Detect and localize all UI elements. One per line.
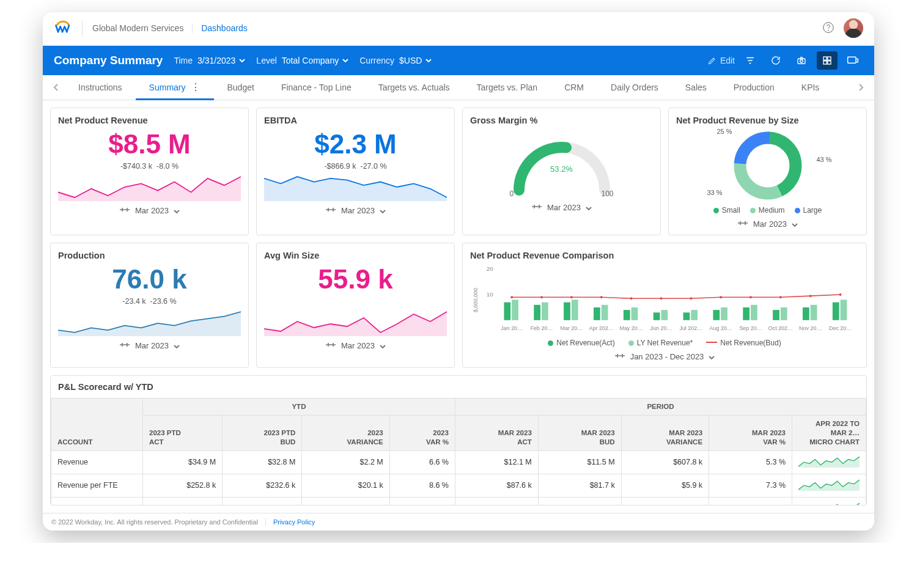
- svg-rect-43: [781, 307, 787, 320]
- help-icon[interactable]: [822, 21, 835, 36]
- filter-currency[interactable]: Currency $USD: [359, 56, 432, 65]
- cell-ytd_varpct: 6.6 %: [389, 450, 455, 474]
- svg-text:$,000,000: $,000,000: [473, 288, 479, 312]
- card-title: Avg Win Size: [264, 251, 447, 260]
- svg-rect-8: [848, 57, 856, 63]
- cell-p_bud: $11.5 M: [538, 450, 621, 474]
- tab-summary[interactable]: Summary⋮: [136, 75, 214, 100]
- cell-ytd_act: $16.6 M: [143, 497, 223, 505]
- tabs-scroll-right[interactable]: [852, 75, 869, 100]
- cell-micro: [792, 474, 866, 497]
- calendar-slider-icon: [614, 352, 625, 361]
- svg-text:Jan 20…: Jan 20…: [501, 325, 523, 331]
- edit-button[interactable]: Edit: [707, 56, 735, 65]
- svg-rect-49: [841, 300, 847, 320]
- svg-rect-24: [594, 307, 600, 320]
- svg-rect-33: [683, 312, 690, 320]
- copyright: © 2022 Workday, Inc. All rights reserved…: [51, 518, 258, 526]
- svg-rect-6: [823, 61, 827, 64]
- col-ytd-act: 2023 PTDACT: [143, 415, 223, 450]
- grid-view-icon[interactable]: [817, 51, 838, 70]
- card-title: Net Product Revenue by Size: [676, 116, 859, 125]
- cell-micro: [792, 450, 866, 474]
- breadcrumb: Global Modern Services Dashboards: [92, 23, 248, 33]
- tab-targets-vs-actuals[interactable]: Targets vs. Actuals: [365, 75, 463, 100]
- chevron-down-icon: [174, 341, 180, 350]
- tab-production[interactable]: Production: [720, 75, 788, 100]
- filter-icon[interactable]: [740, 51, 760, 70]
- tab-finance-top-line[interactable]: Finance - Top Line: [268, 75, 365, 100]
- card-revenue-by-size: Net Product Revenue by Size 43 % 33 % 25…: [668, 108, 867, 235]
- kpi-value: 76.0 k: [58, 265, 241, 293]
- cell-ytd_var: $20.1 k: [302, 474, 389, 497]
- scorecard-table: ACCOUNT YTD PERIOD 2023 PTDACT 2023 PTDB…: [51, 398, 866, 505]
- card-time-selector[interactable]: Mar 2023: [58, 336, 241, 353]
- card-avg-win-size: Avg Win Size 55.9 k Mar 2023: [256, 243, 455, 368]
- filter-level-label: Level: [256, 56, 276, 65]
- workday-logo-icon[interactable]: [54, 19, 72, 37]
- cell-account: Revenue: [51, 450, 143, 474]
- card-time-selector[interactable]: Mar 2023: [264, 336, 447, 353]
- filter-level[interactable]: Level Total Company: [256, 56, 348, 65]
- tab-bar: InstructionsSummary⋮BudgetFinance - Top …: [43, 75, 874, 100]
- svg-point-60: [779, 296, 782, 298]
- card-title: Net Product Revenue Comparison: [470, 251, 859, 260]
- avatar[interactable]: [844, 18, 863, 38]
- cell-ytd_varpct: -9.7 %: [389, 497, 455, 505]
- chevron-down-icon: [380, 341, 386, 350]
- tab-instructions[interactable]: Instructions: [65, 75, 136, 100]
- tab-sales[interactable]: Sales: [672, 75, 720, 100]
- svg-rect-16: [512, 300, 518, 320]
- svg-point-3: [800, 60, 803, 63]
- tabs-scroll-left[interactable]: [48, 75, 65, 100]
- kpi-value: $2.3 M: [264, 130, 447, 158]
- calendar-slider-icon: [325, 341, 336, 350]
- svg-rect-25: [602, 305, 608, 320]
- svg-point-61: [809, 295, 812, 297]
- tab-daily-orders[interactable]: Daily Orders: [597, 75, 672, 100]
- privacy-link[interactable]: Privacy Policy: [273, 518, 315, 526]
- cell-p_bud: $81.7 k: [538, 474, 621, 497]
- tab-budget[interactable]: Budget: [214, 75, 268, 100]
- cell-ytd_bud: $18.4 M: [223, 497, 302, 505]
- filter-time[interactable]: Time 3/31/2023: [174, 56, 245, 65]
- svg-rect-31: [661, 310, 668, 320]
- cell-p_act: $5.7 M: [455, 497, 538, 505]
- refresh-icon[interactable]: [765, 51, 786, 70]
- svg-rect-27: [624, 310, 630, 320]
- tab-kpis[interactable]: KPIs: [788, 75, 833, 100]
- svg-point-52: [540, 296, 543, 298]
- filter-currency-label: Currency: [359, 56, 394, 65]
- svg-rect-22: [572, 300, 578, 320]
- cell-ytd_var: -$1.8 M: [302, 497, 389, 505]
- cell-account: Cost of Sales: [51, 497, 143, 505]
- col-ytd-bud: 2023 PTDBUD: [223, 415, 302, 450]
- cell-p_var: -$852.8 k: [621, 497, 709, 505]
- svg-text:10: 10: [487, 291, 494, 298]
- svg-rect-46: [811, 305, 817, 320]
- tab-crm[interactable]: CRM: [551, 75, 597, 100]
- card-time-selector[interactable]: Mar 2023: [264, 201, 447, 218]
- breadcrumb-link-dashboards[interactable]: Dashboards: [201, 23, 248, 33]
- col-p-act: MAR 2023ACT: [455, 415, 538, 450]
- svg-rect-48: [833, 303, 839, 320]
- card-revenue-comparison: Net Product Revenue Comparison 2010$,000…: [462, 243, 867, 368]
- gauge-chart: [501, 129, 623, 196]
- svg-point-56: [660, 297, 662, 300]
- sparkline: [58, 308, 241, 336]
- filter-time-label: Time: [174, 56, 193, 65]
- card-time-selector[interactable]: Mar 2023: [470, 198, 653, 215]
- card-time-selector[interactable]: Mar 2023: [58, 201, 241, 218]
- snapshot-icon[interactable]: [791, 51, 812, 70]
- org-name: Global Modern Services: [92, 23, 183, 33]
- card-time-selector[interactable]: Mar 2023: [676, 215, 859, 231]
- chevron-down-icon: [586, 203, 592, 212]
- tab-more-icon[interactable]: ⋮: [191, 83, 201, 92]
- present-icon[interactable]: [842, 51, 863, 70]
- calendar-slider-icon: [737, 219, 748, 229]
- svg-rect-28: [632, 307, 638, 320]
- chevron-down-icon: [380, 206, 386, 215]
- tab-targets-vs-plan[interactable]: Targets vs. Plan: [463, 75, 551, 100]
- card-ebitda: EBITDA $2.3 M -$866.9 k -27.0 % Mar 2023: [256, 108, 455, 235]
- card-time-selector[interactable]: Jan 2023 - Dec 2023: [470, 347, 859, 364]
